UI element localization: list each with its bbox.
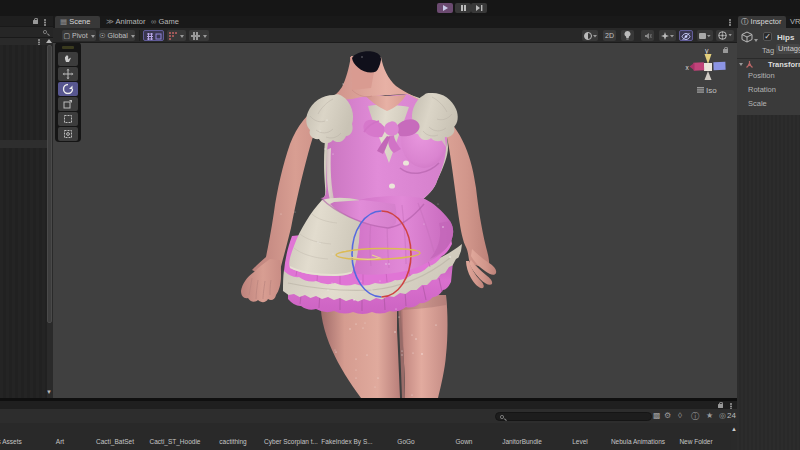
- svg-text:x: x: [686, 64, 690, 71]
- svg-text:y: y: [705, 47, 709, 55]
- svg-text:Iso: Iso: [706, 86, 717, 95]
